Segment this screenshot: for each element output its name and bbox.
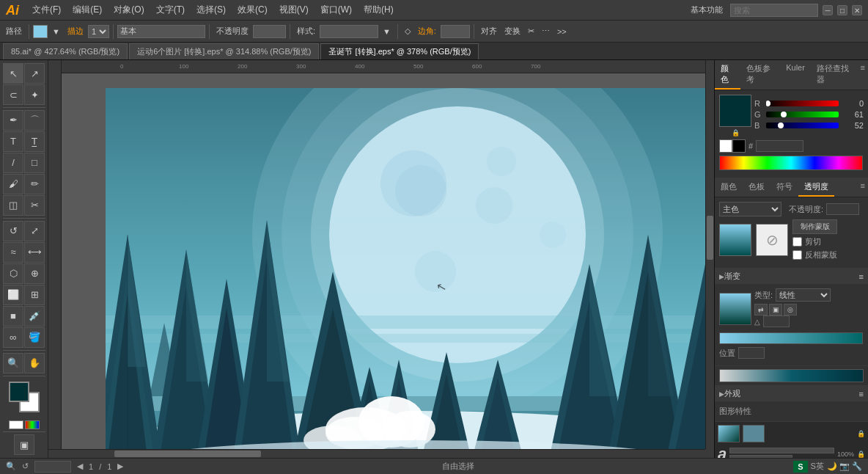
- trans-menu-icon[interactable]: ≡: [858, 178, 868, 197]
- stroke-profile-input[interactable]: [117, 25, 205, 38]
- panel-tab-pathfinder[interactable]: 路径查找器: [811, 60, 858, 90]
- fill-color-preview[interactable]: [719, 95, 751, 127]
- live-paint-tool[interactable]: 🪣: [24, 327, 45, 348]
- gradient-tool[interactable]: ■: [3, 306, 23, 327]
- gradient-radial-icon[interactable]: ◎: [784, 304, 797, 316]
- curvature-tool[interactable]: ⌒: [24, 110, 45, 131]
- menu-select[interactable]: 选择(S): [192, 2, 230, 18]
- tab-2[interactable]: 圣诞节 [转换].eps* @ 378% (RGB/预览): [320, 43, 479, 59]
- gradient-angle-input[interactable]: 90°: [763, 316, 790, 327]
- gradient-reverse-icon[interactable]: ⇄: [754, 304, 768, 316]
- scissors-tool[interactable]: ✂: [24, 195, 45, 216]
- align-label[interactable]: 对齐: [478, 24, 500, 38]
- clip-input[interactable]: [792, 237, 802, 247]
- tab-0[interactable]: 85.ai* @ 427.64% (RGB/预览): [3, 43, 128, 59]
- g-slider-track[interactable]: [766, 112, 839, 117]
- transform-icon[interactable]: ✂: [525, 25, 537, 37]
- scale-tool[interactable]: ⤢: [24, 221, 45, 241]
- appearance-panel-title[interactable]: ▶ 外观 ≡: [715, 386, 868, 401]
- mesh-tool[interactable]: ⊞: [24, 285, 45, 305]
- appearance-menu-icon[interactable]: ≡: [859, 390, 864, 398]
- panel-menu-icon[interactable]: ≡: [858, 60, 868, 90]
- invert-input[interactable]: [792, 250, 802, 260]
- prev-page-icon[interactable]: ◀: [77, 462, 83, 471]
- panel-tab-kuler[interactable]: Kuler: [780, 60, 811, 90]
- maximize-button[interactable]: □: [837, 5, 847, 15]
- shape-builder-tool[interactable]: ⊕: [24, 263, 45, 284]
- pen-tool[interactable]: ✒: [3, 110, 23, 131]
- menu-edit[interactable]: 编辑(E): [68, 2, 106, 18]
- blend-mode-select[interactable]: 主色: [719, 202, 781, 216]
- perspective-tool[interactable]: ⬜: [3, 285, 23, 305]
- magic-wand-tool[interactable]: ✦: [24, 84, 45, 105]
- line-tool[interactable]: /: [3, 153, 23, 173]
- rotate-tool[interactable]: ↺: [3, 221, 23, 241]
- no-opacity-mask[interactable]: ⊘: [756, 224, 788, 256]
- zoom-tool[interactable]: 🔍: [3, 353, 23, 373]
- scrollbar-horizontal-thumb[interactable]: [114, 451, 261, 457]
- r-slider-track[interactable]: [766, 101, 839, 106]
- gradient-linear-icon[interactable]: ▣: [769, 304, 782, 316]
- layer-thumbnail-2[interactable]: [743, 425, 765, 442]
- stroke-icon[interactable]: ▼: [49, 26, 63, 37]
- black-color-swatch[interactable]: [732, 139, 746, 153]
- r-slider-thumb[interactable]: [766, 101, 770, 106]
- lasso-tool[interactable]: ⊂: [3, 84, 23, 105]
- direct-select-tool[interactable]: ↗: [24, 63, 45, 84]
- color-spectrum-swatch[interactable]: [25, 420, 40, 429]
- gradient-full-bar[interactable]: [719, 369, 864, 382]
- select-tool[interactable]: ↖: [3, 63, 23, 84]
- scrollbar-vertical-thumb[interactable]: [707, 216, 713, 260]
- transform-label[interactable]: 变换: [501, 24, 523, 38]
- search-input[interactable]: [730, 4, 818, 17]
- more-icon[interactable]: ⋯: [539, 25, 553, 37]
- menu-text[interactable]: 文字(T): [152, 2, 189, 18]
- touch-type-tool[interactable]: T̲: [24, 131, 45, 152]
- white-color-swatch[interactable]: [719, 139, 732, 153]
- foreground-color-box[interactable]: [9, 382, 29, 402]
- paintbrush-tool[interactable]: 🖌: [3, 174, 23, 194]
- scrollbar-horizontal[interactable]: [48, 449, 705, 458]
- eraser-tool[interactable]: ◫: [3, 195, 23, 216]
- g-slider-thumb[interactable]: [781, 112, 787, 117]
- corner-value-input[interactable]: 0 px: [441, 25, 470, 38]
- gradient-bar[interactable]: [719, 332, 863, 344]
- hand-tool[interactable]: ✋: [24, 353, 45, 373]
- panel-tab-tone[interactable]: 色板: [743, 178, 770, 197]
- b-slider-thumb[interactable]: [778, 123, 784, 128]
- minimize-button[interactable]: ─: [823, 5, 833, 15]
- b-slider-track[interactable]: [766, 123, 839, 128]
- menu-object[interactable]: 对象(O): [109, 2, 148, 18]
- tab-1[interactable]: 运动6个图片 [转换].eps* @ 314.88% (RGB/预览): [129, 43, 319, 59]
- style-input[interactable]: [320, 25, 378, 38]
- menu-window[interactable]: 窗口(W): [316, 2, 356, 18]
- menu-view[interactable]: 视图(V): [275, 2, 313, 18]
- pencil-tool[interactable]: ✏: [24, 174, 45, 194]
- style-dropdown-icon[interactable]: ▼: [380, 26, 394, 37]
- scrollbar-vertical[interactable]: [705, 60, 714, 449]
- menu-file[interactable]: 文件(F): [28, 2, 65, 18]
- workspace-label[interactable]: 基本功能: [688, 3, 726, 17]
- gradient-panel-title[interactable]: ▶ 渐变 ≡: [715, 269, 868, 284]
- artboard-tool[interactable]: ▣: [14, 434, 34, 455]
- menu-help[interactable]: 帮助(H): [359, 2, 398, 18]
- arrange-icon[interactable]: >>: [554, 26, 570, 37]
- blend-tool[interactable]: ∞: [3, 327, 23, 348]
- opacity-value-input[interactable]: 100%: [826, 203, 859, 215]
- stroke-color-swatch[interactable]: [33, 25, 48, 38]
- shape-tool[interactable]: □: [24, 153, 45, 173]
- make-mask-button[interactable]: 制作蒙版: [792, 219, 837, 234]
- layer-thumbnail-1[interactable]: [718, 425, 740, 442]
- type-tool[interactable]: T: [3, 131, 23, 152]
- gradient-menu-icon[interactable]: ≡: [859, 272, 864, 281]
- panel-tab-board[interactable]: 颜色: [715, 178, 743, 197]
- free-transform-tool[interactable]: ⬡: [3, 263, 23, 284]
- panel-tab-color[interactable]: 颜色: [715, 60, 740, 90]
- canvas-area[interactable]: 0 100 200 300 400 500 600 700: [48, 60, 714, 458]
- next-page-icon[interactable]: ▶: [117, 462, 123, 471]
- opacity-input[interactable]: 100%: [253, 25, 286, 38]
- close-button[interactable]: ✕: [852, 5, 862, 15]
- gradient-location-input[interactable]: 100%: [738, 347, 765, 359]
- warp-tool[interactable]: ≈: [3, 242, 23, 263]
- hex-color-input[interactable]: 003D34: [756, 140, 803, 152]
